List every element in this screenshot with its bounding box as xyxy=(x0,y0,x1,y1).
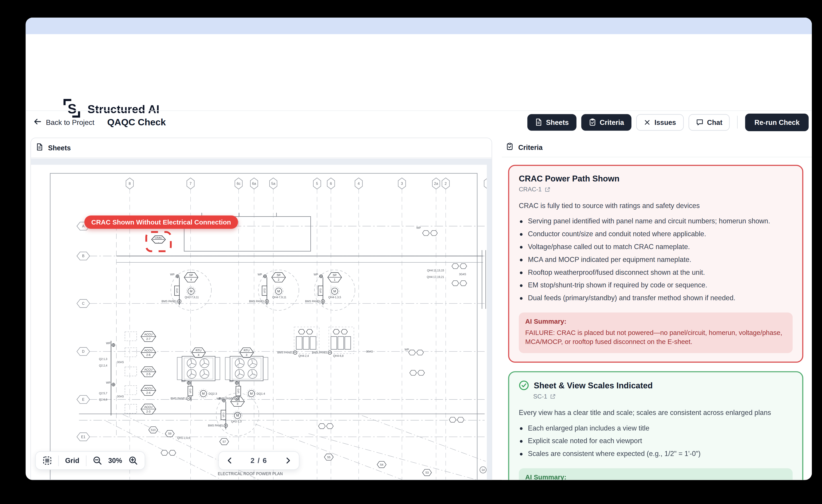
sheets-panel-header: Sheets xyxy=(31,138,491,158)
sheet-viewer: 876c6a5a56432a21ABCDEE1SP4MWPVFDBMS PANE… xyxy=(31,165,491,479)
re-run-check-button[interactable]: Re-run Check xyxy=(745,113,808,131)
drawing-label: M xyxy=(333,289,336,293)
grid-toggle[interactable]: Grid xyxy=(65,456,79,464)
criterion-item: Dual feeds (primary/standby) and transfe… xyxy=(519,292,793,305)
page-indicator: 2 / 6 xyxy=(251,456,267,464)
toolbar-separator xyxy=(86,455,86,466)
drawing-label: S4 xyxy=(380,463,383,466)
app-window: S Structured AI Back to Project QAQC Che… xyxy=(26,18,812,480)
criterion-item: Voltage/phase called out to match CRAC n… xyxy=(519,241,793,253)
drawing-label: WP xyxy=(230,380,234,383)
app-stage: S Structured AI Back to Project QAQC Che… xyxy=(0,0,822,504)
criteria-card-fail: CRAC Power Path ShownCRAC-1CRAC is fully… xyxy=(508,165,804,363)
criteria-card-pass: Sheet & View Scales IndicatedSC-1Every v… xyxy=(508,371,804,480)
criterion-reference-label: CRAC-1 xyxy=(519,186,542,192)
drawing-label: 2-4 xyxy=(146,391,150,394)
criterion-item: MCA and MOCP indicated per equipment nam… xyxy=(519,253,793,266)
drawing-label: M xyxy=(202,392,205,395)
criterion-description: Every view has a clear title and scale; … xyxy=(519,409,793,417)
drawing-label: BMS PANEL xyxy=(278,351,293,354)
accu-unit xyxy=(125,348,137,357)
drawing-label: ACCU xyxy=(144,387,152,390)
drawing-label: VFD xyxy=(222,412,225,417)
drawing-label: ACCU xyxy=(144,333,152,336)
drawing-label: - xyxy=(158,241,159,244)
drawing-label: ACCU xyxy=(144,405,152,409)
page-title: QAQC Check xyxy=(107,117,166,128)
drawing-label: 2 xyxy=(278,278,280,281)
drawing-label: 2a xyxy=(434,181,438,186)
drawing-label: SP xyxy=(333,273,337,277)
drawing-label: 4 xyxy=(190,278,192,281)
hex-symbol xyxy=(457,417,464,422)
drawing-label: S3 xyxy=(425,471,429,474)
accu-unit xyxy=(125,386,137,395)
nav-button-chat[interactable]: Chat xyxy=(688,114,730,130)
drawing-label: ACCU xyxy=(144,349,152,352)
drawing-label: 6a xyxy=(252,181,256,186)
drawing-label: VFD xyxy=(189,388,192,393)
drawing-label: QH4-1,3,5 xyxy=(328,296,341,299)
accu-unit xyxy=(125,332,137,341)
criterion-item: Explicit scale noted for each viewport xyxy=(519,435,793,447)
criterion-reference[interactable]: SC-1 xyxy=(533,393,793,399)
criterion-item: Scales are consistent where expected (e.… xyxy=(519,447,793,460)
back-to-project-label: Back to Project xyxy=(46,118,94,126)
hex-symbol xyxy=(161,450,168,456)
criteria-panel-title: Criteria xyxy=(518,143,543,151)
panel-cluster xyxy=(294,327,319,353)
nav-button-issues[interactable]: Issues xyxy=(637,114,684,130)
back-to-project-button[interactable]: Back to Project xyxy=(33,117,94,127)
sheet-list-button[interactable] xyxy=(43,456,52,465)
drawing-label: E1 xyxy=(81,435,85,439)
drawing-label: SP xyxy=(189,273,193,277)
vertical-scrollbar[interactable] xyxy=(487,165,491,479)
hex-symbol xyxy=(449,417,456,422)
ai-summary-box: AI Summary:PASS: All enlarged plans show… xyxy=(519,468,793,480)
drawing-label: 30AS xyxy=(366,350,373,353)
horizontal-scrollbar[interactable] xyxy=(31,158,491,165)
criteria-panel: Criteria CRAC Power Path ShownCRAC-1CRAC… xyxy=(502,137,812,480)
drawing-label: BMS PANEL xyxy=(312,351,328,354)
toolbar-separator xyxy=(58,455,59,466)
previous-page-button[interactable] xyxy=(226,456,234,464)
zoom-in-button[interactable] xyxy=(128,456,137,465)
nav-button-sheets[interactable]: Sheets xyxy=(527,114,576,130)
drawing-label: 3 xyxy=(237,402,238,405)
panel-cluster xyxy=(329,327,354,353)
accu-unit xyxy=(125,404,137,413)
back-arrow-icon xyxy=(33,117,42,127)
drawing-label: WP xyxy=(314,273,318,276)
next-page-button[interactable] xyxy=(284,456,292,464)
external-link-icon xyxy=(544,186,550,192)
hex-symbol xyxy=(460,263,467,269)
drawing-label: QH4:11,13,15 xyxy=(427,269,444,272)
criteria-panel-header: Criteria xyxy=(502,137,812,157)
hex-symbol xyxy=(409,350,416,355)
criterion-reference[interactable]: CRAC-1 xyxy=(519,186,793,192)
drawing-label: SP xyxy=(277,273,281,277)
check-circle-icon xyxy=(519,380,529,390)
zoom-out-button[interactable] xyxy=(93,456,102,465)
drawing-label: 30AS xyxy=(117,395,124,398)
drawing-label: E xyxy=(82,398,84,401)
drawing-label: VFD xyxy=(176,288,178,293)
annotation-pill[interactable]: CRAC Shown Without Electrical Connection xyxy=(84,215,238,229)
drawing-label: VFD xyxy=(263,288,266,293)
drawing-label: CRAC xyxy=(155,236,162,239)
sheet-drawing-canvas[interactable]: 876c6a5a56432a21ABCDEE1SP4MWPVFDBMS PANE… xyxy=(31,165,488,479)
criterion-reference-label: SC-1 xyxy=(533,393,547,399)
criteria-cards: CRAC Power Path ShownCRAC-1CRAC is fully… xyxy=(502,158,812,480)
drawing-label: DQ1:4 xyxy=(257,392,265,395)
hex-symbol xyxy=(460,281,467,286)
drawing-label: 4 xyxy=(358,181,360,186)
ai-summary-box: AI Summary:FAILURE: CRAC is placed but n… xyxy=(519,313,793,353)
nav-button-criteria[interactable]: Criteria xyxy=(581,114,632,130)
drawing-label: VFD xyxy=(237,388,240,393)
ai-summary-label: AI Summary: xyxy=(525,474,786,480)
document-icon xyxy=(535,118,542,126)
drawing-label: S7 xyxy=(223,440,226,443)
nav-button-label: Issues xyxy=(655,118,676,126)
drawing-label: Q2:2,4 xyxy=(99,364,107,367)
criterion-item: Conductor count/size and conduit noted w… xyxy=(519,228,793,241)
